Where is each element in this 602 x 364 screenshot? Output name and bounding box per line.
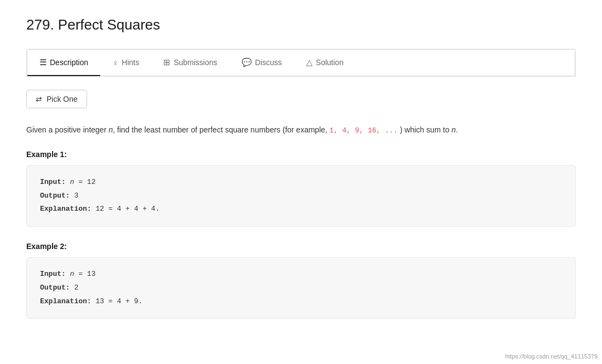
tab-discuss-label: Discuss xyxy=(255,58,282,67)
description-icon: ☰ xyxy=(39,57,47,67)
tabs-bar: ☰ Description ♀ Hints ⊞ Submissions 💬 Di… xyxy=(27,49,575,76)
desc-text-end: . xyxy=(456,125,458,134)
tab-solution[interactable]: △ Solution xyxy=(294,50,356,76)
discuss-icon: 💬 xyxy=(242,57,252,67)
pick-one-label: Pick One xyxy=(47,95,78,103)
pick-one-button[interactable]: ⇄ Pick One xyxy=(26,90,87,108)
submissions-icon: ⊞ xyxy=(163,57,170,67)
tab-description[interactable]: ☰ Description xyxy=(27,50,100,76)
example-2-explanation: Explanation: 13 = 4 + 9. xyxy=(40,295,562,309)
example-1-explanation: Explanation: 12 = 4 + 4 + 4. xyxy=(40,203,562,216)
desc-text-before: Given a positive integer xyxy=(26,125,108,134)
desc-text-after-highlight: ) which sum to xyxy=(398,125,451,134)
example-1-output-label: Output: xyxy=(40,192,70,200)
example-2-explanation-value: 13 = 4 + 9. xyxy=(91,297,143,305)
tab-description-label: Description xyxy=(50,58,88,67)
example-2-input: Input: n = 13 xyxy=(40,268,562,281)
watermark: https://blog.csdn.net/qq_41115379 xyxy=(505,353,598,360)
example-1-input-label: Input: xyxy=(40,178,66,186)
tabs-container: ☰ Description ♀ Hints ⊞ Submissions 💬 Di… xyxy=(26,49,576,77)
example-1-section: Example 1: Input: n = 12 Output: 3 Expla… xyxy=(26,150,576,227)
example-1-explanation-value: 12 = 4 + 4 + 4. xyxy=(91,205,160,213)
tab-submissions[interactable]: ⊞ Submissions xyxy=(151,50,229,76)
example-1-output-value: 3 xyxy=(70,192,79,200)
example-1-block: Input: n = 12 Output: 3 Explanation: 12 … xyxy=(26,165,576,227)
example-1-input-italic: n = 12 xyxy=(66,178,96,186)
tab-hints-label: Hints xyxy=(122,58,139,67)
example-2-section: Example 2: Input: n = 13 Output: 2 Expla… xyxy=(26,242,576,319)
hints-icon: ♀ xyxy=(112,58,118,67)
example-1-input: Input: n = 12 xyxy=(40,176,562,189)
desc-italic2: n xyxy=(451,125,456,134)
tab-hints[interactable]: ♀ Hints xyxy=(100,50,151,76)
shuffle-icon: ⇄ xyxy=(36,95,42,103)
example-1-output: Output: 3 xyxy=(40,189,562,203)
tab-solution-label: Solution xyxy=(316,58,344,67)
desc-highlight: 1, 4, 9, 16, ... xyxy=(329,126,398,135)
tab-discuss[interactable]: 💬 Discuss xyxy=(230,50,294,76)
example-1-explanation-label: Explanation: xyxy=(40,205,91,213)
example-2-output-label: Output: xyxy=(40,284,70,292)
example-2-title: Example 2: xyxy=(26,242,576,251)
solution-icon: △ xyxy=(306,57,313,67)
desc-text-middle: , find the least number of perfect squar… xyxy=(113,125,329,134)
example-2-output-value: 2 xyxy=(70,284,79,292)
example-2-input-label: Input: xyxy=(40,270,66,278)
tab-submissions-label: Submissions xyxy=(174,58,217,67)
example-2-block: Input: n = 13 Output: 2 Explanation: 13 … xyxy=(26,257,576,319)
desc-italic1: n xyxy=(108,125,113,134)
problem-title: 279. Perfect Squares xyxy=(26,16,576,33)
example-1-title: Example 1: xyxy=(26,150,576,159)
example-2-input-italic: n = 13 xyxy=(66,270,96,278)
example-2-explanation-label: Explanation: xyxy=(40,297,91,305)
example-2-output: Output: 2 xyxy=(40,281,562,295)
problem-description: Given a positive integer n, find the lea… xyxy=(26,124,576,137)
